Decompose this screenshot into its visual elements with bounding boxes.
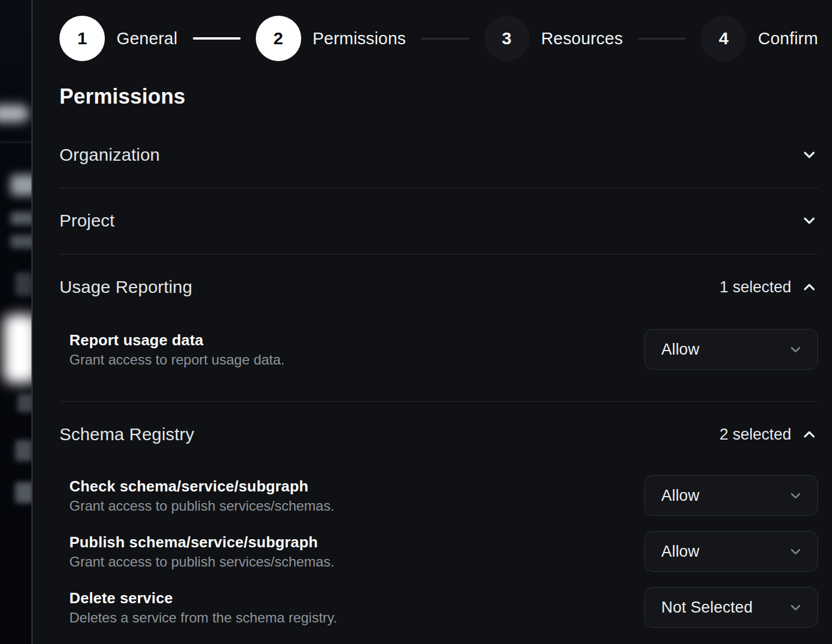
chevron-down-icon <box>788 488 803 504</box>
permission-dropdown-publish-schema[interactable]: Allow <box>644 531 818 572</box>
step-number-badge: 4 <box>701 16 746 61</box>
step-label: Confirm <box>758 29 818 48</box>
section-header-schema-registry[interactable]: Schema Registry 2 selected <box>59 418 818 451</box>
dropdown-value: Not Selected <box>661 599 753 617</box>
blurred-logo <box>0 105 29 122</box>
permission-title: Check schema/service/subgraph <box>69 476 334 496</box>
step-connector <box>193 37 241 40</box>
dropdown-value: Allow <box>661 487 700 505</box>
chevron-up-icon[interactable] <box>801 278 818 296</box>
step-number-badge: 2 <box>256 16 301 61</box>
screen: 1 General 2 Permissions 3 Resources 4 Co… <box>0 0 832 644</box>
chevron-down-icon[interactable] <box>801 146 818 164</box>
blurred-highlight-button <box>3 314 32 383</box>
blurred-nav-icon <box>15 273 32 296</box>
step-connector <box>638 38 686 40</box>
section-title: Organization <box>59 145 160 165</box>
step-permissions[interactable]: 2 Permissions <box>256 16 406 61</box>
step-label: Permissions <box>313 29 406 48</box>
section-usage-reporting: Usage Reporting 1 selected Report usage … <box>59 271 818 402</box>
permission-title: Report usage data <box>69 330 285 350</box>
create-api-key-wizard-panel: 1 General 2 Permissions 3 Resources 4 Co… <box>33 0 832 644</box>
step-label: General <box>117 29 178 48</box>
chevron-down-icon <box>788 342 803 358</box>
permission-description: Deletes a service from the schema regist… <box>69 608 337 628</box>
page-title: Permissions <box>59 84 818 109</box>
permission-description: Grant access to report usage data. <box>69 350 285 370</box>
chevron-down-icon[interactable] <box>801 212 818 229</box>
blurred-nav-item <box>15 440 32 461</box>
step-label: Resources <box>541 29 623 48</box>
section-project: Project <box>59 204 818 254</box>
blurred-nav-item <box>10 235 32 248</box>
permission-description: Grant access to publish services/schemas… <box>69 496 334 516</box>
step-general[interactable]: 1 General <box>59 16 178 61</box>
selected-count-badge: 1 selected <box>720 278 791 296</box>
permission-title: Delete service <box>69 588 337 608</box>
section-title: Usage Reporting <box>59 277 192 297</box>
chevron-up-icon[interactable] <box>801 426 818 443</box>
permission-dropdown-delete-service[interactable]: Not Selected <box>644 587 818 628</box>
step-confirm[interactable]: 4 Confirm <box>701 16 818 61</box>
permission-row-report-usage-data: Report usage data Grant access to report… <box>59 329 818 370</box>
step-number-badge: 1 <box>59 16 105 61</box>
section-title: Schema Registry <box>59 424 194 444</box>
selected-count-badge: 2 selected <box>720 426 791 444</box>
chevron-down-icon <box>788 544 803 560</box>
permission-row-publish-schema: Publish schema/service/subgraph Grant ac… <box>59 531 818 572</box>
background-sidebar <box>0 0 32 644</box>
permission-title: Publish schema/service/subgraph <box>69 532 334 552</box>
permission-row-check-schema: Check schema/service/subgraph Grant acce… <box>59 475 818 516</box>
blurred-nav-item <box>15 482 32 503</box>
section-header-usage-reporting[interactable]: Usage Reporting 1 selected <box>59 271 818 303</box>
section-schema-registry: Schema Registry 2 selected Check schema/… <box>59 418 818 628</box>
blurred-divider <box>0 141 32 143</box>
section-organization: Organization <box>59 139 818 188</box>
chevron-down-icon <box>788 600 803 615</box>
wizard-stepper: 1 General 2 Permissions 3 Resources 4 Co… <box>59 16 818 61</box>
permission-description: Grant access to publish services/schemas… <box>69 552 334 572</box>
permission-dropdown-check-schema[interactable]: Allow <box>644 475 818 516</box>
section-header-organization[interactable]: Organization <box>59 139 818 171</box>
step-resources[interactable]: 3 Resources <box>484 16 623 61</box>
blurred-nav-item <box>10 212 32 225</box>
blurred-nav-item <box>10 175 32 196</box>
dropdown-value: Allow <box>661 341 700 359</box>
permission-row-delete-service: Delete service Deletes a service from th… <box>59 587 818 628</box>
permission-dropdown-report-usage-data[interactable]: Allow <box>644 329 818 370</box>
dropdown-value: Allow <box>661 543 700 561</box>
section-title: Project <box>59 211 115 231</box>
section-header-project[interactable]: Project <box>59 204 818 237</box>
step-connector <box>421 38 469 40</box>
step-number-badge: 3 <box>484 16 530 61</box>
blurred-nav-item <box>17 394 32 412</box>
